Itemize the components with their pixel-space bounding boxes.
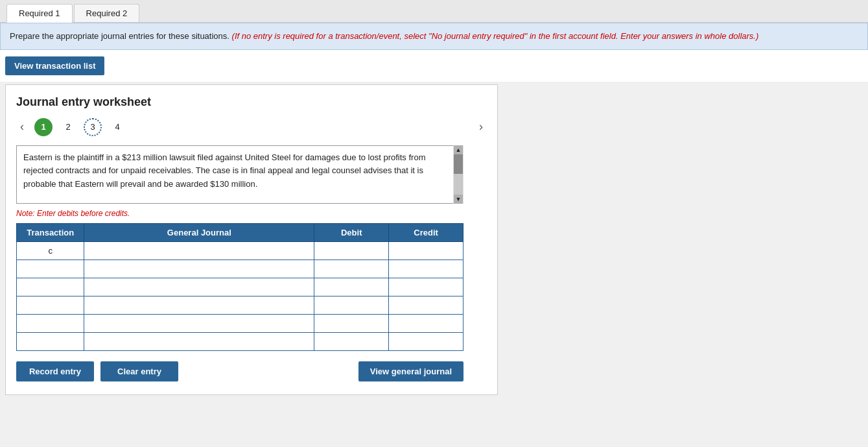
credit-cell-3[interactable] [389, 278, 463, 296]
debit-cell-6[interactable] [314, 332, 389, 350]
instruction-italic: (If no entry is required for a transacti… [232, 31, 759, 41]
general-journal-input-3[interactable] [84, 278, 314, 296]
debit-input-3[interactable] [314, 278, 388, 296]
journal-table: Transaction General Journal Debit Credit… [16, 223, 463, 351]
nav-row: ‹ 1 2 3 4 › [16, 118, 487, 136]
scrollbar[interactable]: ▲ ▼ [453, 145, 463, 204]
description-box: Eastern is the plaintiff in a $213 milli… [16, 145, 463, 204]
scroll-track [454, 154, 463, 195]
header-credit: Credit [389, 223, 463, 241]
debit-cell-1[interactable] [314, 241, 389, 260]
credit-input-1[interactable] [389, 242, 463, 260]
transaction-cell-5 [17, 314, 84, 332]
general-journal-cell-5[interactable] [84, 314, 314, 332]
general-journal-cell-2[interactable] [84, 260, 314, 278]
clear-entry-button[interactable]: Clear entry [100, 361, 178, 381]
table-row: c [17, 241, 463, 260]
debit-input-4[interactable] [314, 296, 388, 314]
credit-input-6[interactable] [389, 333, 463, 350]
header-general-journal: General Journal [84, 223, 314, 241]
credit-cell-5[interactable] [389, 314, 463, 332]
transaction-cell-1: c [17, 241, 84, 260]
general-journal-cell-3[interactable] [84, 278, 314, 296]
table-row [17, 314, 463, 332]
instruction-normal: Prepare the appropriate journal entries … [10, 31, 229, 41]
next-arrow-icon[interactable]: › [475, 119, 487, 135]
view-general-journal-button[interactable]: View general journal [358, 361, 463, 381]
credit-input-2[interactable] [389, 260, 463, 278]
bottom-btn-row: Record entry Clear entry View general jo… [16, 361, 463, 381]
tab-required1[interactable]: Required 1 [6, 4, 73, 23]
credit-input-5[interactable] [389, 315, 463, 332]
debit-input-5[interactable] [314, 315, 388, 332]
description-text: Eastern is the plaintiff in a $213 milli… [23, 152, 425, 189]
scroll-down-icon[interactable]: ▼ [454, 195, 463, 204]
prev-arrow-icon[interactable]: ‹ [16, 119, 28, 135]
debit-cell-5[interactable] [314, 314, 389, 332]
page-3[interactable]: 3 [84, 118, 102, 136]
credit-input-3[interactable] [389, 278, 463, 296]
credit-cell-6[interactable] [389, 332, 463, 350]
general-journal-cell-1[interactable] [84, 241, 314, 260]
scroll-thumb[interactable] [454, 154, 463, 174]
tabs-bar: Required 1 Required 2 [0, 0, 868, 23]
general-journal-input-1[interactable] [84, 242, 314, 260]
table-header-row: Transaction General Journal Debit Credit [17, 223, 463, 241]
view-btn-bar: View transaction list [0, 50, 868, 82]
page-4[interactable]: 4 [108, 118, 126, 136]
table-row [17, 332, 463, 350]
credit-input-4[interactable] [389, 296, 463, 314]
debit-input-6[interactable] [314, 333, 388, 350]
debit-input-1[interactable] [314, 242, 388, 260]
general-journal-input-6[interactable] [84, 333, 314, 350]
general-journal-cell-4[interactable] [84, 296, 314, 314]
scroll-up-icon[interactable]: ▲ [454, 145, 463, 154]
table-row [17, 278, 463, 296]
transaction-cell-2 [17, 260, 84, 278]
record-entry-button[interactable]: Record entry [16, 361, 94, 381]
worksheet-title: Journal entry worksheet [16, 95, 487, 109]
instruction-box: Prepare the appropriate journal entries … [0, 23, 868, 50]
header-transaction: Transaction [17, 223, 84, 241]
page-2[interactable]: 2 [59, 118, 77, 136]
table-row [17, 260, 463, 278]
view-transaction-button[interactable]: View transaction list [5, 56, 104, 75]
header-debit: Debit [314, 223, 389, 241]
debit-cell-4[interactable] [314, 296, 389, 314]
credit-cell-2[interactable] [389, 260, 463, 278]
transaction-cell-4 [17, 296, 84, 314]
debit-input-2[interactable] [314, 260, 388, 278]
page-1[interactable]: 1 [34, 118, 53, 136]
general-journal-input-2[interactable] [84, 260, 314, 278]
worksheet-container: Journal entry worksheet ‹ 1 2 3 4 › East… [5, 84, 498, 395]
transaction-cell-3 [17, 278, 84, 296]
general-journal-cell-6[interactable] [84, 332, 314, 350]
general-journal-input-5[interactable] [84, 315, 314, 332]
credit-cell-1[interactable] [389, 241, 463, 260]
note-text: Note: Enter debits before credits. [16, 209, 487, 218]
table-row [17, 296, 463, 314]
tab-required2[interactable]: Required 2 [74, 4, 140, 22]
debit-cell-2[interactable] [314, 260, 389, 278]
transaction-cell-6 [17, 332, 84, 350]
credit-cell-4[interactable] [389, 296, 463, 314]
general-journal-input-4[interactable] [84, 296, 314, 314]
debit-cell-3[interactable] [314, 278, 389, 296]
